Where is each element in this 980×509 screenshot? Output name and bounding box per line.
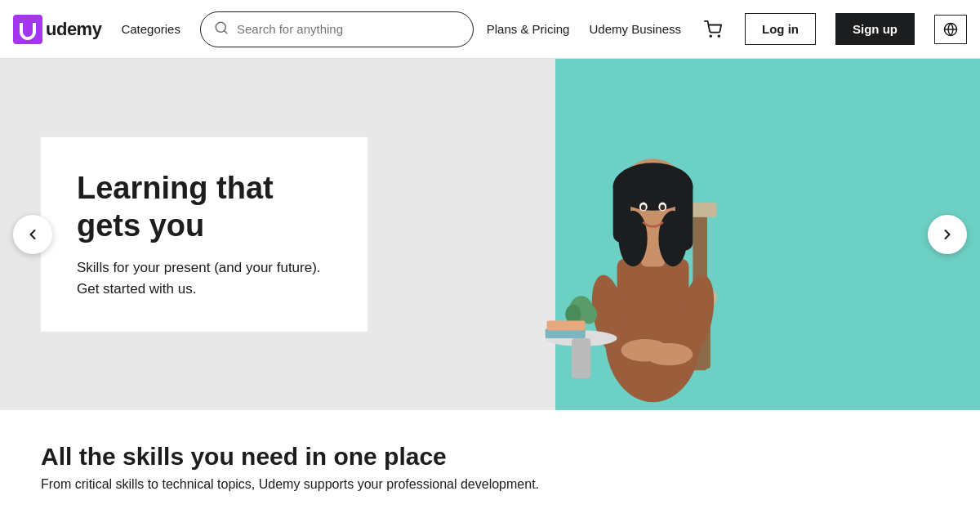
udemy-business-link[interactable]: Udemy Business bbox=[589, 22, 681, 36]
cart-icon bbox=[704, 20, 722, 38]
nav-links: Plans & Pricing Udemy Business Log in Si… bbox=[487, 13, 967, 45]
logo-icon bbox=[13, 15, 42, 44]
svg-point-23 bbox=[619, 211, 648, 266]
chevron-left-icon bbox=[24, 226, 41, 243]
globe-icon bbox=[943, 22, 958, 37]
section-title: All the skills you need in one place bbox=[41, 443, 939, 471]
svg-rect-36 bbox=[547, 321, 586, 331]
language-button[interactable] bbox=[934, 15, 967, 44]
svg-rect-30 bbox=[572, 338, 590, 378]
cart-button[interactable] bbox=[701, 17, 725, 42]
plans-pricing-link[interactable]: Plans & Pricing bbox=[487, 22, 570, 36]
svg-point-3 bbox=[710, 35, 711, 37]
svg-point-28 bbox=[660, 204, 665, 210]
svg-point-4 bbox=[718, 35, 719, 37]
login-button[interactable]: Log in bbox=[745, 13, 816, 45]
hero-section: Learning that gets you Skills for your p… bbox=[0, 59, 980, 410]
carousel-prev-button[interactable] bbox=[13, 215, 52, 254]
svg-point-24 bbox=[658, 211, 687, 266]
search-bar bbox=[200, 11, 474, 47]
search-icon bbox=[214, 20, 229, 38]
person-illustration bbox=[466, 67, 808, 410]
svg-point-27 bbox=[641, 204, 646, 210]
hero-person bbox=[425, 59, 849, 410]
svg-line-2 bbox=[224, 30, 226, 33]
udemy-logo[interactable]: udemy bbox=[13, 15, 101, 44]
hero-subtitle: Skills for your present (and your future… bbox=[77, 257, 332, 299]
section-subtitle: From critical skills to technical topics… bbox=[41, 477, 939, 492]
navbar: udemy Categories Plans & Pricing Udemy B… bbox=[0, 0, 980, 59]
search-input[interactable] bbox=[237, 22, 460, 36]
logo-text: udemy bbox=[46, 19, 101, 40]
signup-button[interactable]: Sign up bbox=[835, 13, 915, 45]
hero-title: Learning that gets you bbox=[77, 170, 332, 244]
chevron-right-icon bbox=[939, 226, 956, 243]
carousel-next-button[interactable] bbox=[928, 215, 967, 254]
categories-button[interactable]: Categories bbox=[114, 19, 187, 39]
svg-point-17 bbox=[645, 343, 693, 365]
below-hero-section: All the skills you need in one place Fro… bbox=[0, 410, 980, 509]
hero-card: Learning that gets you Skills for your p… bbox=[41, 137, 368, 332]
